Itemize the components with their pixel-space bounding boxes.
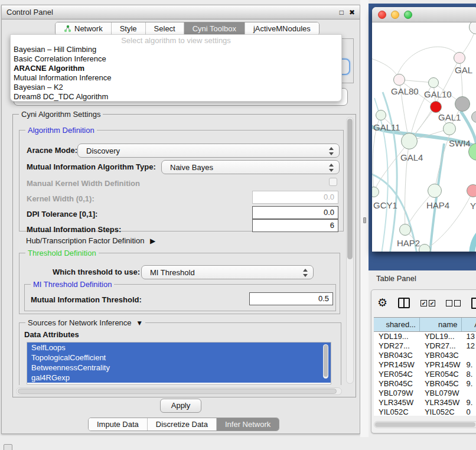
data-attributes-label: Data Attributes: [24, 330, 79, 339]
node-gal80[interactable]: [393, 74, 405, 86]
data-attribute-item[interactable]: BetweennessCentrality: [27, 363, 331, 373]
table-row[interactable]: YBR045CYBR045C9.: [374, 379, 476, 389]
algorithm-popup-item[interactable]: Basic Correlation Inference: [11, 54, 341, 64]
algorithm-popup-item[interactable]: Dream8 DC_TDC Algorithm: [11, 92, 341, 102]
algorithm-dropdown-prompt: Select algorithm to view settings: [11, 36, 341, 45]
select-all-icon[interactable]: ✔✔: [420, 300, 435, 306]
table-row[interactable]: YIL052CYIL052C0: [374, 407, 476, 416]
bottom-left-widget[interactable]: [4, 444, 12, 450]
table-cell: YLR345W: [374, 398, 420, 407]
expand-right-triangle-icon[interactable]: ▶: [150, 237, 155, 245]
node-swi4-label: SWI4: [449, 138, 471, 148]
mi-threshold-field[interactable]: 0.5: [249, 292, 333, 305]
mi-steps-field[interactable]: 6: [252, 219, 338, 232]
tab-jactivemnodules[interactable]: jActiveMNodules: [245, 22, 319, 35]
settings-group-title: Cyni Algorithm Settings: [19, 110, 103, 119]
bottom-tab-infer-network[interactable]: Infer Network: [217, 418, 279, 431]
tab-cyni-toolbox[interactable]: Cyni Toolbox: [184, 22, 245, 35]
node-hap2[interactable]: [399, 224, 411, 236]
column-split-icon[interactable]: [398, 298, 410, 308]
aracne-mode-value: Discovery: [86, 146, 120, 155]
table-column-header[interactable]: name: [420, 318, 462, 331]
table-row[interactable]: YER054CYER054C8.: [374, 370, 476, 379]
node-gal-top[interactable]: [454, 52, 465, 64]
which-threshold-label: Which threshold to use:: [53, 268, 140, 276]
table-column-header[interactable]: shared...: [374, 318, 420, 331]
node-gal1[interactable]: [443, 122, 456, 135]
collapse-down-triangle-icon[interactable]: ▼: [136, 319, 143, 327]
control-panel-title: Control Panel: [6, 8, 53, 17]
aracne-mode-combo[interactable]: Discovery: [77, 144, 340, 158]
table-row[interactable]: YBL079WYBL079W: [374, 389, 476, 398]
algorithm-definition-group: Algorithm Definition Aracne Mode: Discov…: [19, 130, 344, 231]
table-cell: YBL079W: [374, 389, 420, 398]
table-cell: YBL079W: [420, 389, 462, 398]
node-gal4[interactable]: [401, 133, 418, 149]
data-attribute-item[interactable]: gal4RGexp: [27, 373, 331, 383]
node-gray[interactable]: [455, 96, 470, 112]
node-table: shared...nameA YDL19...YDL19...13YDR27..…: [374, 317, 476, 416]
table-row[interactable]: YBR043CYBR043C: [374, 351, 476, 360]
algorithm-popup-item[interactable]: Bayesian – Hill Climbing: [11, 45, 341, 54]
data-attributes-list: SelfLoopsTopologicalCoefficientBetweenne…: [27, 342, 331, 384]
which-threshold-combo[interactable]: MI Threshold: [141, 265, 314, 279]
dpi-tolerance-field[interactable]: 0.0: [252, 206, 338, 219]
table-row[interactable]: YPR145WYPR145W9.: [374, 360, 476, 370]
node-hap4[interactable]: [428, 184, 442, 198]
divider-handle[interactable]: [363, 217, 366, 223]
cyni-algorithm-settings-box: Cyni Algorithm Settings Algorithm Defini…: [12, 114, 356, 397]
close-window-icon[interactable]: ✖: [349, 9, 355, 16]
attributes-list-scrollbar[interactable]: [323, 344, 328, 379]
bottom-tab-impute-data[interactable]: Impute Data: [89, 418, 148, 431]
node-pink-right[interactable]: [467, 184, 476, 197]
table-column-header[interactable]: A: [462, 318, 476, 331]
threshold-definition-group: Threshold Definition Which threshold to …: [19, 253, 340, 314]
tab-network[interactable]: Network: [56, 22, 112, 35]
mi-type-combo[interactable]: Naive Bayes: [161, 160, 340, 174]
close-traffic-light[interactable]: [378, 11, 386, 19]
table-row[interactable]: YDL19...YDL19...13: [374, 332, 476, 341]
algorithm-popup-item[interactable]: Bayesian – K2: [11, 83, 341, 92]
hub-definition-label[interactable]: Hub/Transcription Factor Definition ▶: [26, 236, 155, 245]
node-gcy1-label: GCY1: [373, 200, 397, 210]
settings-horizontal-scrollbar[interactable]: [16, 387, 342, 395]
data-attribute-item[interactable]: SelfLoops: [27, 343, 331, 353]
table-horizontal-scrollbar[interactable]: [374, 421, 476, 428]
tab-select[interactable]: Select: [146, 22, 184, 35]
float-window-icon[interactable]: □: [340, 9, 344, 16]
algorithm-popup-item[interactable]: Mutual Information Inference: [11, 73, 341, 83]
settings-vertical-scrollbar[interactable]: [346, 117, 354, 384]
bottom-tab-label: Infer Network: [225, 420, 270, 429]
threshold-definition-title: Threshold Definition: [25, 249, 99, 257]
data-attribute-item[interactable]: TopologicalCoefficient: [27, 353, 331, 363]
zoom-traffic-light[interactable]: [404, 11, 412, 19]
bottom-tab-discretize-data[interactable]: Discretize Data: [148, 418, 217, 431]
sources-group: Sources for Network Inference ▼ Data Att…: [19, 322, 341, 385]
kernel-width-field[interactable]: 0.0: [252, 191, 338, 204]
node-bottom-partial[interactable]: [419, 244, 431, 252]
screenshot-root: Control Panel □ ✖ NetworkStyleSelectCyni…: [0, 0, 476, 450]
minimize-traffic-light[interactable]: [391, 11, 399, 19]
manual-kernel-checkbox[interactable]: [329, 178, 337, 186]
mi-threshold-label: Mutual Information Threshold:: [31, 295, 142, 304]
document-icon[interactable]: [471, 298, 476, 309]
node-gal11[interactable]: [376, 110, 386, 120]
node-gal80-label: GAL80: [391, 86, 419, 96]
table-cell: YLR345W: [420, 398, 462, 407]
table-row[interactable]: YLR345WYLR345W9.: [374, 398, 476, 407]
table-cell: 8.: [462, 370, 476, 379]
apply-button[interactable]: Apply: [160, 399, 201, 413]
node-gal4-label: GAL4: [400, 152, 423, 162]
deselect-all-icon[interactable]: [446, 300, 461, 306]
node-gal10[interactable]: [428, 77, 439, 88]
table-cell: [462, 351, 476, 360]
table-cell: YDR27...: [420, 341, 462, 351]
table-row[interactable]: YDR27...YDR27...12: [374, 341, 476, 351]
hub-definition-text: Hub/Transcription Factor Definition: [26, 236, 144, 245]
tab-style[interactable]: Style: [112, 22, 146, 35]
algorithm-popup-item[interactable]: ARACNE Algorithm: [11, 64, 341, 73]
node-red[interactable]: [430, 101, 442, 113]
node-gal1-label: GAL1: [438, 112, 461, 122]
network-canvas[interactable]: GALGAL80GAL10GAL1GAL11GAL4SWI4GCY1HAP4YH…: [372, 22, 476, 252]
settings-gear-icon[interactable]: ⚙: [377, 297, 387, 309]
